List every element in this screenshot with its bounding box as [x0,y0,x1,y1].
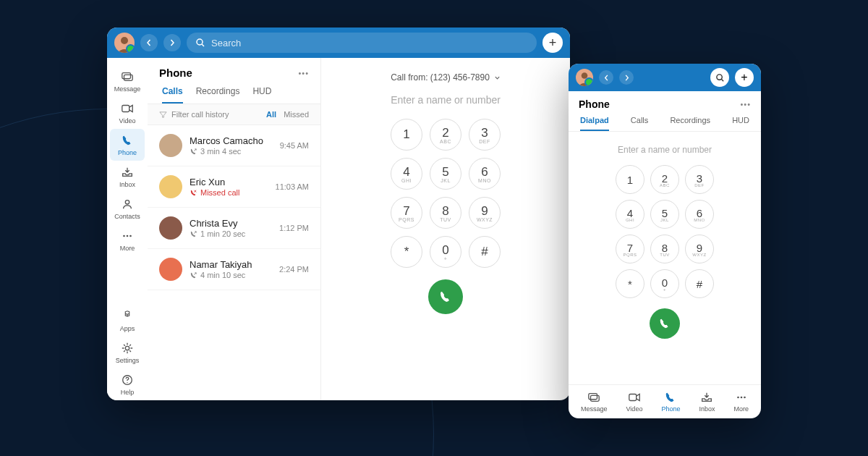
bottom-nav-phone[interactable]: Phone [661,391,680,413]
call-item[interactable]: Eric Xun Missed call 11:03 AM [148,166,320,208]
message-icon [587,391,600,404]
phone-icon [658,317,671,330]
dial-input[interactable]: Enter a name or number [569,145,761,155]
call-name: Namar Takiyah [190,259,272,270]
tab-hud[interactable]: HUD [252,86,271,104]
sidebar-label: Inbox [119,181,135,188]
svg-point-20 [740,397,742,399]
call-time: 9:45 AM [280,141,309,150]
key-*[interactable]: * [616,269,644,298]
key-1[interactable]: 1 [616,165,644,194]
more-options-button[interactable]: ••• [298,69,309,77]
bottom-nav-message[interactable]: Message [581,391,608,413]
bottom-nav-video[interactable]: Video [626,391,643,413]
nav-forward-button[interactable] [163,34,181,51]
phone-icon [120,133,135,148]
bottom-nav-label: Video [626,405,643,413]
desktop-header: Search + [107,28,570,58]
tab-hud[interactable]: HUD [732,116,749,131]
mobile-bottom-nav: MessageVideoPhoneInboxMore [569,384,761,418]
key-3[interactable]: 3DEF [685,165,714,194]
avatar[interactable] [576,69,593,86]
key-0[interactable]: 0+ [650,269,679,298]
sidebar-item-phone[interactable]: Phone [110,129,145,161]
help-icon [120,373,135,387]
key-8[interactable]: 8TUV [650,235,679,263]
key-2[interactable]: 2ABC [650,165,679,194]
key-#[interactable]: # [469,236,501,268]
tab-calls[interactable]: Calls [631,116,648,131]
sidebar-item-more[interactable]: More [110,224,145,256]
sidebar-item-settings[interactable]: Settings [110,337,145,368]
key-7[interactable]: 7PQRS [391,197,422,229]
nav-back-button[interactable] [599,70,613,85]
key-0[interactable]: 0+ [430,236,461,268]
tab-dialpad[interactable]: Dialpad [580,116,609,131]
dial-input[interactable]: Enter a name or number [336,94,556,106]
tab-recordings[interactable]: Recordings [196,86,240,104]
search-input[interactable]: Search [187,33,537,53]
inbox-icon [120,165,135,180]
key-3[interactable]: 3DEF [469,119,501,151]
sidebar-item-contacts[interactable]: Contacts [110,193,145,224]
sidebar-item-inbox[interactable]: Inbox [110,161,145,193]
add-button[interactable]: + [735,68,754,87]
key-6[interactable]: 6MNO [685,200,714,229]
call-avatar [159,134,182,157]
mobile-header: + [569,64,761,91]
call-time: 1:12 PM [279,224,309,232]
nav-back-button[interactable] [140,34,158,51]
more-options-button[interactable]: ••• [740,100,751,109]
svg-line-2 [202,44,204,46]
chevron-down-icon [494,75,501,81]
filter-all[interactable]: All [266,110,276,119]
nav-forward-button[interactable] [619,70,634,85]
message-icon [120,69,135,84]
key-2[interactable]: 2ABC [430,119,461,151]
call-name: Eric Xun [190,177,268,187]
sidebar: MessageVideoPhoneInboxContactsMoreAppsSe… [107,58,148,400]
filter-missed[interactable]: Missed [284,110,309,119]
key-8[interactable]: 8TUV [430,197,461,229]
key-#[interactable]: # [685,269,714,298]
key-5[interactable]: 5JKL [650,200,679,229]
call-avatar [159,258,182,281]
sidebar-item-message[interactable]: Message [110,65,145,97]
call-from-selector[interactable]: Call from: (123) 456-7890 [391,72,501,83]
sidebar-item-help[interactable]: Help [110,368,145,400]
call-button[interactable] [650,308,680,339]
bottom-nav-label: Inbox [699,405,715,413]
key-9[interactable]: 9WXYZ [685,235,714,263]
call-item[interactable]: Namar Takiyah 4 min 10 sec 2:24 PM [148,249,320,290]
svg-rect-18 [629,394,637,401]
tab-calls[interactable]: Calls [162,86,183,104]
key-4[interactable]: 4GHI [391,158,422,190]
bottom-nav-more[interactable]: More [733,391,749,413]
svg-point-0 [121,37,128,44]
call-item[interactable]: Marcos Camacho 3 min 4 sec 9:45 AM [148,125,320,166]
key-5[interactable]: 5JKL [430,158,461,190]
add-button[interactable]: + [542,33,563,53]
search-button[interactable] [710,68,729,87]
sidebar-label: Settings [116,357,140,364]
svg-line-15 [721,79,723,81]
key-9[interactable]: 9WXYZ [469,197,501,229]
call-item[interactable]: Christa Evy 1 min 20 sec 1:12 PM [148,208,320,249]
list-tabs: CallsRecordingsHUD [148,79,320,104]
phone-icon [664,391,677,404]
key-1[interactable]: 1 [391,119,422,151]
key-7[interactable]: 7PQRS [616,235,644,263]
sidebar-item-apps[interactable]: Apps [110,305,145,337]
key-4[interactable]: 4GHI [616,200,644,229]
svg-point-1 [197,39,203,45]
call-time: 11:03 AM [276,182,309,191]
key-6[interactable]: 6MNO [469,158,501,190]
bottom-nav-inbox[interactable]: Inbox [699,391,715,413]
sidebar-item-video[interactable]: Video [110,97,145,129]
avatar[interactable] [114,33,135,53]
call-button[interactable] [428,279,463,314]
tab-recordings[interactable]: Recordings [670,116,710,131]
svg-point-6 [125,200,129,204]
sidebar-label: Video [119,117,136,124]
key-*[interactable]: * [391,236,422,268]
